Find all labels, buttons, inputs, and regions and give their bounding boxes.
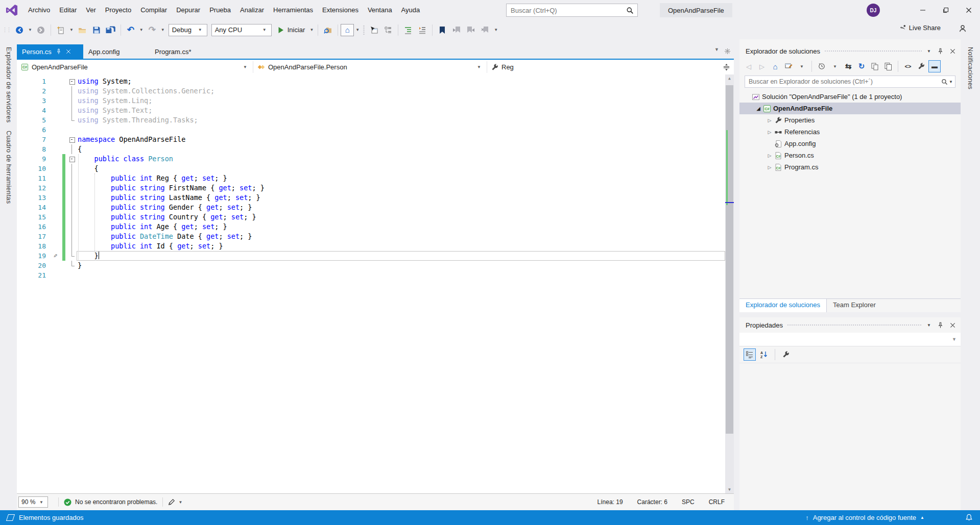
fold-margin[interactable]: [67, 154, 76, 164]
solution-explorer-search[interactable]: ▼: [745, 76, 955, 88]
menu-item-archivo[interactable]: Archivo: [23, 0, 55, 20]
code-editor[interactable]: 1using System;2using System.Collections.…: [17, 74, 734, 493]
collapse-box-icon[interactable]: [69, 137, 75, 143]
live-share-button[interactable]: Live Share: [899, 24, 941, 32]
document-well-options-icon[interactable]: [724, 47, 731, 55]
uncomment-lines-icon[interactable]: [415, 23, 429, 37]
tool-strip-tab-notificaciones[interactable]: Notificaciones: [967, 47, 974, 89]
chevron-down-icon[interactable]: ▼: [159, 28, 166, 32]
code-text[interactable]: using System;: [77, 77, 725, 86]
notifications-bell-icon[interactable]: [965, 514, 973, 521]
chevron-down-icon[interactable]: ▼: [492, 28, 499, 32]
open-file-icon[interactable]: [75, 23, 89, 37]
menu-item-editar[interactable]: Editar: [55, 0, 81, 20]
menu-item-depurar[interactable]: Depurar: [172, 0, 205, 20]
code-text[interactable]: using System.Collections.Generic;: [77, 86, 725, 96]
tree-item-solucinopenandparsefile1de1proyecto[interactable]: Solución "OpenAndParseFile" (1 de 1 proy…: [739, 91, 961, 103]
redo-icon[interactable]: ↷: [145, 23, 159, 37]
save-icon[interactable]: [89, 23, 104, 37]
dropdown-icon[interactable]: ▼: [796, 60, 808, 72]
solution-configuration-select[interactable]: Debug▼: [169, 24, 207, 36]
navigate-forward-icon[interactable]: [34, 23, 48, 37]
collapsed-arrow-icon[interactable]: ▷: [766, 153, 773, 158]
tree-item-openandparsefile[interactable]: ◢OpenAndParseFile: [739, 103, 961, 114]
collapse-box-icon[interactable]: [69, 79, 75, 85]
code-cleanup-button[interactable]: ▼: [168, 498, 184, 506]
indentation-indicator[interactable]: SPC: [682, 498, 695, 506]
properties-object-select[interactable]: ▼: [739, 333, 961, 346]
tool-strip-tab-cuadro-de-herramientas[interactable]: Cuadro de herramientas: [5, 131, 12, 204]
code-text[interactable]: {: [77, 144, 725, 154]
tree-item-properties[interactable]: ▷Properties: [739, 114, 961, 126]
collapsed-arrow-icon[interactable]: ▷: [766, 130, 773, 135]
navigate-to-icon[interactable]: [367, 23, 381, 37]
menu-item-herramientas[interactable]: Herramientas: [269, 0, 318, 20]
document-tab-personcs[interactable]: Person.cs: [17, 44, 83, 59]
panel-splitter[interactable]: [734, 39, 739, 510]
switch-views-icon[interactable]: [782, 60, 795, 72]
tool-strip-tab-explorador-de-servidores[interactable]: Explorador de servidores: [5, 47, 12, 123]
caret-line-indicator[interactable]: Línea: 19: [597, 498, 623, 506]
code-text[interactable]: using System.Threading.Tasks;: [77, 115, 725, 125]
member-dropdown[interactable]: Reg: [487, 61, 734, 73]
tree-item-personcs[interactable]: ▷Person.cs: [739, 149, 961, 161]
pin-icon[interactable]: [936, 321, 945, 330]
close-icon[interactable]: [66, 49, 71, 54]
panel-splitter-horizontal[interactable]: [739, 312, 961, 317]
clear-bookmarks-icon[interactable]: [478, 23, 492, 37]
pin-icon[interactable]: [936, 47, 945, 56]
comment-lines-icon[interactable]: [401, 23, 415, 37]
quick-search-box[interactable]: [506, 4, 638, 17]
code-text[interactable]: public int Id { get; set; }: [77, 241, 725, 251]
minimize-button[interactable]: [911, 0, 934, 20]
forward-icon[interactable]: ▷: [756, 60, 768, 72]
menu-item-compilar[interactable]: Compilar: [136, 0, 172, 20]
code-text[interactable]: public string Gender { get; set; }: [77, 203, 725, 212]
view-code-icon[interactable]: <>: [902, 60, 914, 72]
scroll-up-icon[interactable]: ▲: [725, 74, 734, 82]
vertical-scrollbar[interactable]: ▲ ▼: [725, 74, 734, 493]
solution-platform-select[interactable]: Any CPU▼: [211, 24, 272, 36]
scroll-down-icon[interactable]: ▼: [725, 486, 734, 493]
property-pages-icon[interactable]: [780, 348, 792, 361]
close-button[interactable]: [957, 0, 980, 20]
document-tab-programcs[interactable]: Program.cs*: [150, 44, 216, 59]
save-all-icon[interactable]: [104, 23, 118, 37]
panel-tab-explorador-de-soluciones[interactable]: Explorador de soluciones: [739, 299, 827, 312]
window-position-icon[interactable]: ▼: [926, 48, 932, 55]
code-text[interactable]: {: [77, 164, 725, 173]
code-text[interactable]: public string FirstName { get; set; }: [77, 183, 725, 193]
collapsed-arrow-icon[interactable]: ▷: [766, 118, 773, 123]
fold-margin[interactable]: [67, 77, 76, 86]
avatar[interactable]: DJ: [867, 4, 880, 17]
attach-to-process-icon[interactable]: [321, 23, 335, 37]
dropdown-icon[interactable]: ▼: [829, 60, 841, 72]
sync-with-active-document-icon[interactable]: ⇆: [842, 60, 854, 72]
chevron-down-icon[interactable]: ▼: [308, 28, 315, 32]
new-project-icon[interactable]: [54, 23, 68, 37]
code-text[interactable]: }: [77, 261, 725, 270]
document-tab-appconfig[interactable]: App.config: [83, 44, 150, 59]
code-text[interactable]: [77, 125, 725, 135]
menu-item-proyecto[interactable]: Proyecto: [101, 0, 136, 20]
undo-icon[interactable]: ↶: [124, 23, 138, 37]
tree-item-programcs[interactable]: ▷Program.cs: [739, 161, 961, 173]
solution-search-input[interactable]: [745, 78, 941, 85]
collapsed-arrow-icon[interactable]: ▷: [766, 165, 773, 170]
split-window-icon[interactable]: [720, 61, 733, 73]
home-icon[interactable]: ⌂: [769, 60, 781, 72]
preview-selected-items-icon[interactable]: ▬: [928, 60, 941, 72]
window-position-icon[interactable]: ▼: [926, 322, 932, 329]
code-text[interactable]: public string Country { get; set; }: [77, 212, 725, 222]
line-ending-indicator[interactable]: CRLF: [709, 498, 725, 506]
next-bookmark-icon[interactable]: [464, 23, 478, 37]
properties-icon[interactable]: [915, 60, 927, 72]
close-icon[interactable]: [949, 47, 957, 55]
code-text[interactable]: public class Person: [77, 154, 725, 164]
project-dropdown[interactable]: OpenAndParseFile ▼: [17, 61, 253, 73]
pin-icon[interactable]: [56, 48, 62, 55]
feedback-icon[interactable]: [959, 24, 967, 33]
type-dropdown[interactable]: OpenAndParseFile.Person ▼: [253, 61, 487, 73]
code-text[interactable]: }: [77, 251, 725, 261]
chevron-down-icon[interactable]: ▼: [68, 28, 75, 32]
